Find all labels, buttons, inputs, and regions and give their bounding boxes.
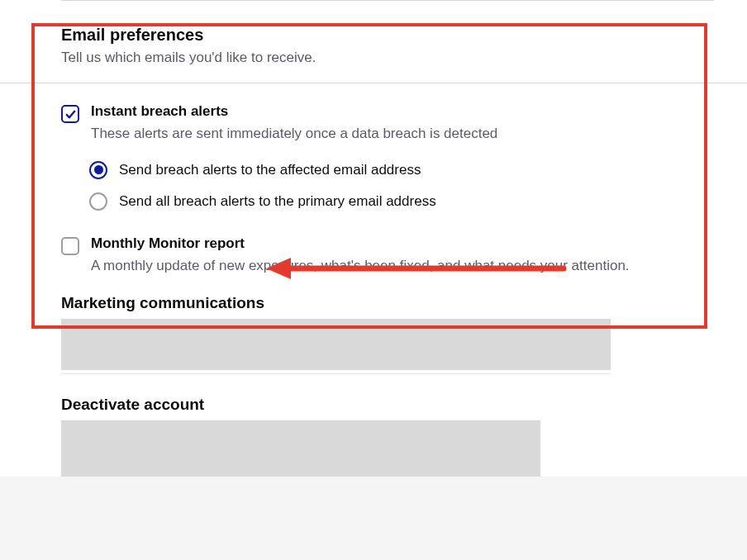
instant-alerts-checkbox[interactable]	[61, 105, 79, 123]
marketing-title: Marketing communications	[61, 294, 686, 312]
email-preferences-section: Email preferences Tell us which emails y…	[0, 26, 747, 66]
instant-alerts-desc: These alerts are sent immediately once a…	[91, 123, 686, 145]
radio-unselected-icon	[89, 192, 107, 211]
deactivate-section: Deactivate account	[0, 396, 747, 477]
instant-alerts-title: Instant breach alerts	[91, 103, 686, 120]
monthly-report-checkbox[interactable]	[61, 237, 79, 255]
marketing-placeholder-block	[61, 319, 611, 370]
section-divider	[0, 83, 747, 83]
monthly-report-title: Monthly Monitor report	[91, 235, 686, 252]
marketing-divider	[61, 373, 611, 374]
radio-selected-icon	[89, 161, 107, 179]
radio-primary-email[interactable]: Send all breach alerts to the primary em…	[89, 192, 686, 211]
marketing-section: Marketing communications	[0, 294, 747, 374]
radio-affected-label: Send breach alerts to the affected email…	[119, 162, 421, 178]
deactivate-title: Deactivate account	[61, 396, 686, 414]
top-divider	[61, 0, 714, 1]
monthly-report-desc: A monthly update of new exposures, what'…	[91, 255, 686, 277]
instant-alerts-option: Instant breach alerts These alerts are s…	[0, 103, 747, 276]
radio-affected-email[interactable]: Send breach alerts to the affected email…	[89, 161, 686, 179]
radio-primary-label: Send all breach alerts to the primary em…	[119, 193, 436, 210]
breach-alert-radio-group: Send breach alerts to the affected email…	[89, 161, 686, 211]
monthly-report-option: Monthly Monitor report A monthly update …	[61, 235, 686, 277]
check-icon	[64, 108, 77, 121]
deactivate-placeholder-block	[61, 420, 540, 477]
email-preferences-title: Email preferences	[61, 26, 686, 45]
email-preferences-subtitle: Tell us which emails you'd like to recei…	[61, 50, 686, 66]
